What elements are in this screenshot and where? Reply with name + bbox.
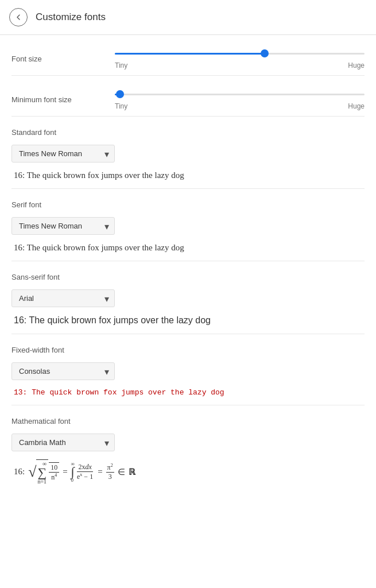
integral-lower: 0 [71, 477, 74, 483]
font-size-labels: Tiny Huge [115, 61, 365, 69]
min-font-size-row: Minimum font size Tiny Huge [11, 76, 365, 117]
serif-font-select[interactable]: Times New Roman Georgia Arial [11, 217, 115, 235]
math-font-title: Mathematical font [11, 417, 365, 425]
min-font-size-track [115, 94, 365, 95]
pi-fraction: π2 3 [106, 463, 114, 481]
math-font-section: Mathematical font Cambria Math STIX Two … [11, 405, 365, 490]
font-size-row: Font size Tiny Huge [11, 35, 365, 76]
serif-font-section: Serif font Times New Roman Georgia Arial… [11, 189, 365, 261]
sum-denominator: n4 [49, 473, 59, 482]
integral-notation: ∞ ∫ 0 [71, 461, 75, 483]
sans-serif-font-select[interactable]: Arial Helvetica Verdana [11, 289, 115, 307]
math-font-select[interactable]: Cambria Math STIX Two Math Latin Modern … [11, 434, 115, 451]
fixed-width-font-select-wrapper: Consolas Courier New Monospace ▾ [11, 362, 115, 380]
content-area: Font size Tiny Huge Minimum font size [0, 35, 376, 490]
min-font-size-label: Minimum font size [11, 95, 103, 104]
min-font-size-slider[interactable] [115, 88, 365, 100]
serif-font-select-wrapper: Times New Roman Georgia Arial ▾ [11, 217, 115, 235]
pi-superscript: 2 [111, 463, 113, 468]
sans-serif-font-section: Sans-serif font Arial Helvetica Verdana … [11, 261, 365, 334]
element-of-sign: ∈ [118, 467, 125, 477]
back-button[interactable] [9, 8, 28, 26]
fixed-width-font-section: Fixed-width font Consolas Courier New Mo… [11, 334, 365, 405]
sum-sigma-icon: ∑ [37, 467, 46, 478]
serif-font-title: Serif font [11, 200, 365, 209]
serif-font-preview: 16: The quick brown fox jumps over the l… [14, 243, 365, 255]
standard-font-select[interactable]: Times New Roman Arial Consolas Georgia [11, 145, 115, 163]
sans-serif-font-preview: 16: The quick brown fox jumps over the l… [14, 315, 365, 328]
fixed-width-font-preview: 13: The quick brown fox jumps over the l… [14, 388, 365, 399]
integral-denominator: ex − 1 [76, 472, 94, 481]
sans-serif-font-select-wrapper: Arial Helvetica Verdana ▾ [11, 289, 115, 307]
math-prefix: 16: [14, 467, 25, 477]
real-numbers-symbol: ℝ [129, 467, 135, 477]
integral-numerator: 2xdx [77, 463, 92, 472]
n-superscript: 4 [55, 473, 57, 478]
standard-font-select-wrapper: Times New Roman Arial Consolas Georgia ▾ [11, 145, 115, 163]
sum-fraction: 10 n4 [49, 462, 59, 482]
sqrt-content: ∞ ∑ n=1 [36, 459, 48, 485]
font-size-thumb[interactable] [261, 49, 269, 57]
min-font-size-min-label: Tiny [115, 102, 127, 110]
e-superscript: x [80, 472, 82, 477]
sum-numerator: 10 [49, 463, 59, 473]
font-size-track [115, 53, 365, 55]
min-font-size-slider-container: Tiny Huge [103, 88, 365, 110]
min-font-size-thumb[interactable] [116, 90, 124, 98]
math-font-preview: 16: √ ∞ ∑ n=1 10 n4 = ∞ ∫ [14, 459, 365, 485]
font-size-slider[interactable] [115, 48, 365, 59]
equals-sign-1: = [63, 467, 67, 477]
header: Customize fonts [0, 0, 376, 35]
standard-font-preview: 16: The quick brown fox jumps over the l… [14, 171, 365, 183]
standard-font-section: Standard font Times New Roman Arial Cons… [11, 117, 365, 189]
font-size-fill [115, 53, 265, 55]
pi-numerator: π2 [106, 463, 114, 473]
standard-font-title: Standard font [11, 128, 365, 137]
integral-symbol-icon: ∫ [71, 467, 75, 477]
min-font-size-labels: Tiny Huge [115, 102, 365, 110]
font-size-max-label: Huge [348, 61, 365, 69]
font-size-min-label: Tiny [115, 61, 127, 69]
fixed-width-font-select[interactable]: Consolas Courier New Monospace [11, 362, 115, 380]
integral-wrap: ∞ ∫ 0 2xdx ex − 1 [71, 461, 95, 483]
fixed-width-font-title: Fixed-width font [11, 346, 365, 354]
font-size-label: Font size [11, 55, 103, 63]
min-font-size-max-label: Huge [348, 102, 365, 110]
font-size-slider-container: Tiny Huge [103, 48, 365, 69]
equals-sign-2: = [98, 467, 102, 477]
integral-fraction: 2xdx ex − 1 [76, 463, 94, 481]
sum-lower: n=1 [37, 478, 46, 485]
math-font-select-wrapper: Cambria Math STIX Two Math Latin Modern … [11, 434, 115, 451]
sqrt-radical-icon: √ [28, 465, 36, 479]
pi-denominator: 3 [107, 473, 113, 481]
page-title: Customize fonts [36, 11, 106, 23]
math-sqrt-sum: √ ∞ ∑ n=1 10 n4 [28, 459, 59, 485]
sans-serif-font-title: Sans-serif font [11, 273, 365, 281]
